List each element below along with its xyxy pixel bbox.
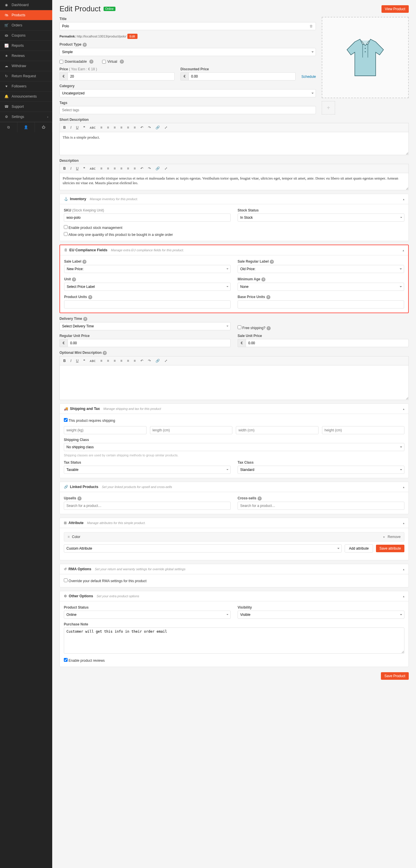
tax-class-select[interactable]: Standard <box>238 466 405 474</box>
toolbar-btn[interactable]: ≡ <box>112 125 117 130</box>
help-icon[interactable]: ? <box>83 317 87 321</box>
sidebar-user-icon[interactable]: 👤 <box>18 122 35 132</box>
purchase-note-textarea[interactable] <box>64 627 405 654</box>
collapse-icon[interactable]: ▴ <box>403 249 404 252</box>
sale-regular-select[interactable]: Old Price: <box>238 265 404 273</box>
short-desc-editor[interactable]: This is a simple product. <box>60 132 409 155</box>
product-image[interactable] <box>322 17 409 98</box>
sidebar-power-icon[interactable]: ⏻ <box>35 122 52 132</box>
mini-desc-editor[interactable] <box>60 365 409 400</box>
toolbar-btn[interactable]: ↶ <box>139 166 144 171</box>
toolbar-btn[interactable]: U <box>75 358 80 364</box>
width-input[interactable] <box>236 426 318 434</box>
only-one-checkbox[interactable]: Allow only one quantity of this product … <box>64 233 173 237</box>
discounted-input[interactable] <box>188 72 296 81</box>
cross-sells-input[interactable] <box>238 502 405 510</box>
toolbar-btn[interactable]: B <box>62 166 67 171</box>
weight-input[interactable] <box>64 426 146 434</box>
length-input[interactable] <box>150 426 233 434</box>
toolbar-btn[interactable]: ≡ <box>119 358 124 364</box>
regular-unit-price-input[interactable] <box>68 339 231 347</box>
drag-icon[interactable]: ≡ <box>68 535 70 539</box>
help-icon[interactable]: ? <box>82 260 86 264</box>
help-icon[interactable]: ? <box>83 43 87 47</box>
sidebar-item-withdraw[interactable]: ☁Withdraw <box>0 61 52 71</box>
sidebar-item-followers[interactable]: ♥Followers <box>0 81 52 92</box>
free-shipping-checkbox[interactable]: Free shipping?? <box>238 326 271 330</box>
toolbar-btn[interactable]: ᴀʙᴄ <box>89 166 97 171</box>
help-icon[interactable]: ? <box>77 496 81 500</box>
stock-status-select[interactable]: In Stock <box>238 214 405 222</box>
sale-unit-price-input[interactable] <box>246 339 409 347</box>
sidebar-item-reviews[interactable]: ★Reviews <box>0 51 52 61</box>
sidebar-item-dashboard[interactable]: ◉Dashboard <box>0 0 52 10</box>
collapse-icon[interactable]: ▴ <box>403 197 405 201</box>
product-type-select[interactable]: Simple <box>60 48 316 56</box>
product-status-select[interactable]: Online <box>64 611 231 619</box>
toolbar-btn[interactable]: 🔗 <box>154 125 161 130</box>
toolbar-btn[interactable]: ⤢ <box>163 358 169 364</box>
toolbar-btn[interactable]: ≡ <box>126 166 130 171</box>
sidebar-ext-icon[interactable]: ⧉ <box>0 122 18 132</box>
toolbar-btn[interactable]: ↶ <box>139 125 144 130</box>
toolbar-btn[interactable]: ↷ <box>147 125 152 130</box>
help-icon[interactable]: ? <box>270 260 274 264</box>
toolbar-btn[interactable]: B <box>62 358 67 364</box>
help-icon[interactable]: ? <box>88 295 92 299</box>
toolbar-btn[interactable]: ≡ <box>99 358 104 364</box>
toolbar-btn[interactable]: ❝ <box>82 166 86 171</box>
toolbar-btn[interactable]: ≡ <box>133 358 137 364</box>
save-product-button[interactable]: Save Product <box>381 672 409 680</box>
toolbar-btn[interactable]: 🔗 <box>154 166 161 171</box>
sidebar-item-reports[interactable]: 📈Reports <box>0 41 52 51</box>
collapse-icon[interactable]: ▴ <box>403 595 405 598</box>
shipping-class-select[interactable]: No shipping class <box>64 443 405 451</box>
collapse-icon[interactable]: ▴ <box>403 521 405 525</box>
min-age-select[interactable]: None <box>238 283 404 291</box>
override-rma-checkbox[interactable]: Override your default RMA settings for t… <box>64 579 146 583</box>
delivery-time-select[interactable]: Select Delivery Time <box>60 322 231 330</box>
collapse-icon[interactable]: ▴ <box>403 486 405 489</box>
requires-shipping-checkbox[interactable]: This product requires shipping <box>64 418 115 423</box>
permalink-edit-button[interactable]: Edit <box>127 34 138 39</box>
collapse-icon[interactable]: ▴ <box>403 568 405 571</box>
toolbar-btn[interactable]: ↷ <box>147 358 152 364</box>
upsells-input[interactable] <box>64 502 231 510</box>
help-icon[interactable]: ? <box>266 295 270 299</box>
virtual-checkbox[interactable]: Virtual? <box>102 60 124 64</box>
add-image-button[interactable]: + <box>322 101 335 115</box>
category-select[interactable]: Uncategorized <box>60 89 316 97</box>
sale-label-select[interactable]: New Price: <box>64 265 231 273</box>
help-icon[interactable]: ? <box>267 326 271 330</box>
toolbar-btn[interactable]: ᴀʙᴄ <box>89 125 97 130</box>
toolbar-btn[interactable]: ≡ <box>112 358 117 364</box>
desc-editor[interactable]: Pellentesque habitant morbi tristique se… <box>60 173 409 190</box>
toolbar-btn[interactable]: I <box>69 166 72 171</box>
toolbar-btn[interactable]: ≡ <box>126 125 130 130</box>
base-price-units-input[interactable] <box>238 300 404 309</box>
sidebar-item-support[interactable]: ☎Support <box>0 102 52 112</box>
sidebar-item-orders[interactable]: 🛒Orders <box>0 20 52 31</box>
sku-input[interactable] <box>64 214 231 222</box>
downloadable-checkbox[interactable]: Downloadable? <box>60 60 94 64</box>
toolbar-btn[interactable]: ≡ <box>106 125 110 130</box>
attribute-color-row[interactable]: ≡ Color ▾ Remove <box>64 532 405 541</box>
toolbar-btn[interactable]: U <box>75 166 80 171</box>
chevron-down-icon[interactable]: ▾ <box>383 535 385 538</box>
toolbar-btn[interactable]: ᴀʙᴄ <box>89 358 97 364</box>
enable-reviews-checkbox[interactable]: Enable product reviews <box>64 658 105 662</box>
toolbar-btn[interactable]: ↷ <box>147 166 152 171</box>
toolbar-btn[interactable]: I <box>69 125 72 130</box>
help-icon[interactable]: ? <box>103 351 107 355</box>
toolbar-btn[interactable]: ≡ <box>133 125 137 130</box>
add-attribute-button[interactable]: Add attribute <box>345 545 373 553</box>
help-icon[interactable]: ? <box>120 60 124 64</box>
toolbar-btn[interactable]: ↶ <box>139 358 144 364</box>
toolbar-btn[interactable]: ❝ <box>82 125 86 130</box>
schedule-link[interactable]: Schedule <box>302 75 316 81</box>
enable-stock-checkbox[interactable]: Enable product stock management <box>64 226 123 230</box>
toolbar-btn[interactable]: 🔗 <box>154 358 161 364</box>
sidebar-item-announcements[interactable]: 🔔Announcements <box>0 92 52 102</box>
toolbar-btn[interactable]: ⤢ <box>163 166 169 171</box>
toolbar-btn[interactable]: ≡ <box>133 166 137 171</box>
